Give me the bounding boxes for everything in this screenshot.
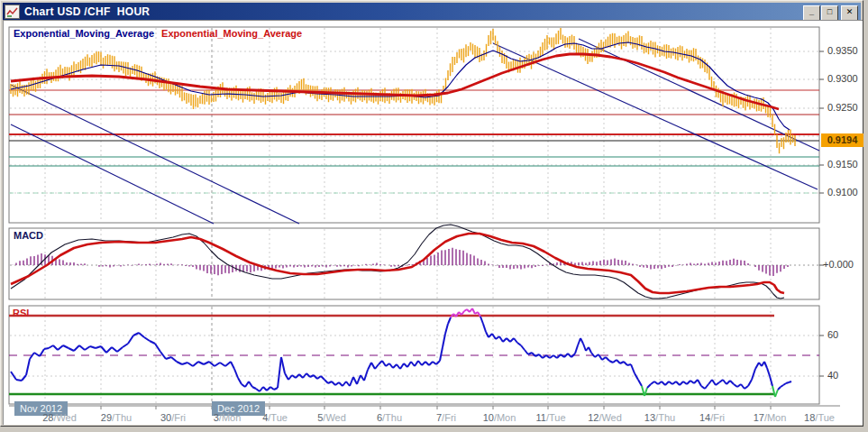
indicator-legend: Exponential_Moving_AverageExponential_Mo… (14, 28, 302, 39)
price-axis-label: 0.9300 (827, 73, 858, 84)
day-label: 28/Wed (42, 412, 77, 423)
macd-panel-label: MACD (14, 230, 43, 241)
day-label: 18/Tue (804, 412, 835, 423)
price-axis-label: 0.9100 (827, 187, 858, 198)
day-label: 3/Mon (214, 412, 242, 423)
price-axis-label: 0.9250 (827, 102, 858, 113)
day-label: 11/Tue (535, 412, 565, 423)
label-layer: Exponential_Moving_AverageExponential_Mo… (2, 2, 868, 432)
day-label: 17/Mon (754, 412, 787, 423)
day-label: 4/Tue (262, 412, 288, 423)
price-axis-label: 0.9350 (827, 45, 858, 56)
day-label: 10/Mon (483, 412, 516, 423)
day-label: 29/Thu (101, 412, 132, 423)
price-axis-label: 0.9150 (827, 159, 858, 170)
day-label: 6/Thu (377, 412, 402, 423)
day-label: 7/Fri (436, 412, 456, 423)
rsi-axis-label: 40 (827, 370, 838, 381)
legend-ema-fast[interactable]: Exponential_Moving_Average (14, 28, 154, 39)
legend-ema-slow[interactable]: Exponential_Moving_Average (161, 28, 302, 39)
rsi-axis-label: 60 (827, 329, 838, 340)
current-price-badge: 0.9194 (821, 133, 863, 147)
chart-client-area: Exponential_Moving_AverageExponential_Mo… (3, 20, 863, 425)
macd-zero-label: +0.000 (823, 259, 854, 270)
rsi-panel-label: RSI (13, 308, 29, 318)
day-label: 30/Fri (160, 412, 186, 423)
day-label: 5/Wed (317, 412, 346, 423)
day-label: 12/Wed (588, 412, 622, 423)
chart-window: Chart USD /CHF HOUR _ □ ✕ Exponential_Mo… (0, 0, 863, 427)
day-label: 14/Fri (699, 412, 725, 423)
day-label: 13/Thu (644, 412, 675, 423)
